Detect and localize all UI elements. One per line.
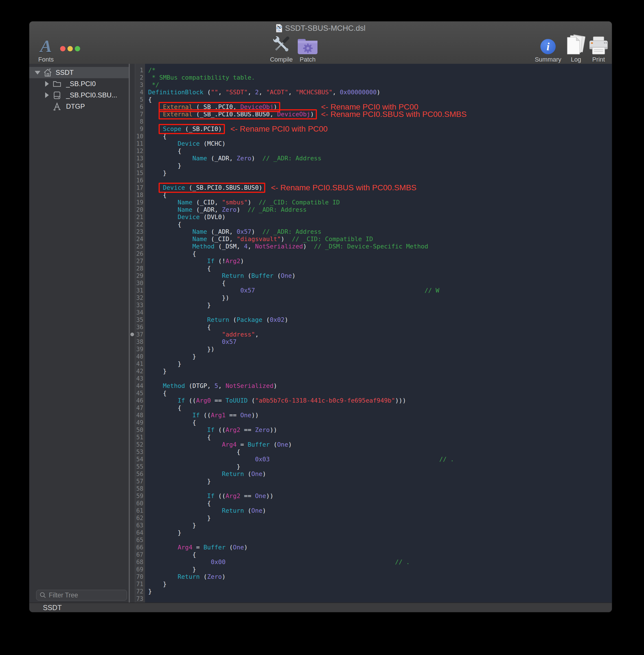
- code-line: {: [148, 419, 612, 426]
- house-icon: [43, 68, 52, 77]
- sidebar-item-dtgp[interactable]: DTGP: [29, 101, 129, 112]
- line-number: 60: [135, 500, 145, 507]
- code-line: }: [148, 353, 612, 360]
- line-number: 5: [135, 96, 145, 103]
- line-number: 56: [135, 470, 145, 478]
- line-number: 50: [135, 426, 145, 434]
- code-line: Return (Package (0x02): [148, 316, 612, 323]
- line-number: 27: [135, 257, 145, 265]
- line-number: 33: [135, 301, 145, 309]
- line-number: 17: [135, 184, 145, 191]
- summary-button[interactable]: i Summary: [535, 33, 561, 63]
- status-text: SSDT: [43, 604, 62, 612]
- code-line: Return (Zero): [148, 573, 612, 581]
- code-line: {: [148, 404, 612, 412]
- log-button[interactable]: Log: [567, 33, 585, 63]
- filter-tree-input[interactable]: [36, 590, 127, 601]
- zoom-window-button[interactable]: [75, 46, 80, 51]
- code-line: [148, 177, 612, 184]
- line-number: 69: [135, 566, 145, 573]
- line-number: 29: [135, 272, 145, 279]
- document-icon: DSL: [276, 24, 282, 32]
- sidebar-item-ssdt[interactable]: SSDT: [29, 67, 129, 78]
- disclosure-collapsed-icon[interactable]: [45, 81, 49, 87]
- line-number: 67: [135, 551, 145, 559]
- code-line: If (!Arg2): [148, 257, 612, 265]
- line-number: 14: [135, 162, 145, 170]
- line-number: 15: [135, 170, 145, 177]
- code-line: {: [148, 133, 612, 140]
- code-line: }: [148, 367, 612, 375]
- maciasl-window: DSL SSDT-SBUS-MCHC.dsl A Fonts: [29, 21, 612, 612]
- window-title-group: DSL SSDT-SBUS-MCHC.dsl: [276, 24, 365, 33]
- code-line: "address",: [148, 331, 612, 338]
- line-number: 8: [135, 118, 145, 126]
- line-number: 30: [135, 279, 145, 287]
- code-line: }: [148, 301, 612, 309]
- line-number: 20: [135, 206, 145, 213]
- line-number: 63: [135, 522, 145, 529]
- code-line: Scope (_SB.PCI0): [148, 126, 612, 133]
- code-line: }): [148, 294, 612, 301]
- close-window-button[interactable]: [60, 46, 66, 51]
- code-line: Return (One): [148, 470, 612, 478]
- log-pages-icon: [567, 33, 585, 55]
- code-line: Name (_ADR, Zero) // _ADR: Address: [148, 206, 612, 213]
- code-line: }): [148, 345, 612, 353]
- code-line: 0x57 // W: [148, 287, 612, 294]
- code-line: Device (DVL0): [148, 213, 612, 221]
- line-number: 35: [135, 316, 145, 323]
- code-line: 0x00 // .: [148, 559, 612, 566]
- line-number: 70: [135, 573, 145, 581]
- disclosure-expanded-icon[interactable]: [35, 71, 40, 74]
- code-line: [148, 375, 612, 382]
- code-line: }: [148, 463, 612, 470]
- code-line: }: [148, 581, 612, 588]
- status-bar: SSDT: [29, 603, 612, 612]
- line-number: 6: [135, 103, 145, 111]
- line-number: 57: [135, 478, 145, 485]
- line-number: 19: [135, 199, 145, 206]
- code-line: Device (MCHC): [148, 140, 612, 148]
- filter-tree-field: [36, 590, 127, 601]
- compile-button[interactable]: Compile: [270, 33, 293, 63]
- line-number: 39: [135, 345, 145, 353]
- code-line: {: [148, 148, 612, 155]
- disclosure-collapsed-icon[interactable]: [45, 92, 49, 98]
- code-line: {: [148, 551, 612, 559]
- line-marker-dot: [130, 333, 134, 336]
- line-number: 34: [135, 309, 145, 316]
- line-number: 11: [135, 140, 145, 148]
- line-number: 7: [135, 111, 145, 118]
- code-line: Arg4 = Buffer (One): [148, 544, 612, 551]
- code-line: [148, 485, 612, 492]
- code-line: }: [148, 360, 612, 367]
- code-line: }: [148, 566, 612, 573]
- code-content[interactable]: /* * SMBus compatibility table. */Defini…: [145, 64, 612, 603]
- patch-button[interactable]: Patch: [297, 33, 318, 63]
- line-number: 22: [135, 221, 145, 228]
- code-line: Device (_SB.PCI0.SBUS.BUS0): [148, 184, 612, 191]
- print-button[interactable]: Print: [589, 33, 609, 63]
- code-line: 0x03 // .: [148, 456, 612, 463]
- line-number: 16: [135, 177, 145, 184]
- line-number: 12: [135, 148, 145, 155]
- line-number: 59: [135, 492, 145, 500]
- sidebar-item-sb-pci0-sbus[interactable]: _SB.PCI0.SBU...: [29, 90, 129, 101]
- minimize-window-button[interactable]: [67, 46, 73, 51]
- line-number: 51: [135, 434, 145, 441]
- line-number: 64: [135, 529, 145, 537]
- code-line: If ((Arg2 == Zero)): [148, 426, 612, 434]
- line-number: 62: [135, 514, 145, 522]
- code-line: DefinitionBlock ("", "SSDT", 2, "ACDT", …: [148, 89, 612, 96]
- code-line: [148, 118, 612, 126]
- code-line: 0x57: [148, 338, 612, 345]
- line-number: 44: [135, 382, 145, 390]
- code-line: }: [148, 170, 612, 177]
- sidebar-item-sb-pci0[interactable]: _SB.PCI0: [29, 78, 129, 90]
- line-number: 66: [135, 544, 145, 551]
- code-line: {: [148, 279, 612, 287]
- code-editor[interactable]: 1234567891011121314151617181920212223242…: [130, 64, 612, 603]
- fonts-button[interactable]: A Fonts: [38, 33, 54, 63]
- line-number: 25: [135, 243, 145, 250]
